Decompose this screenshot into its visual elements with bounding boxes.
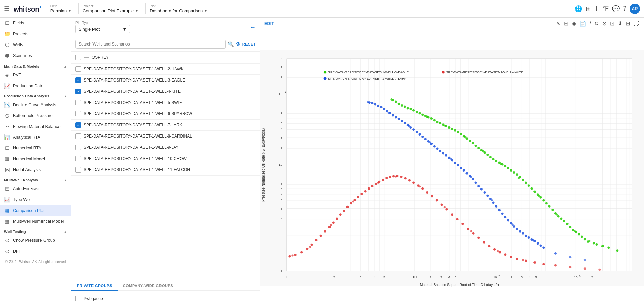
refresh-tool-icon[interactable]: ↻ [593,20,600,28]
well-item-falcon[interactable]: SPE-DATA-REPOSITORY-DATASET-1-WELL-11-FA… [71,164,260,176]
well-checkbox-crow[interactable] [75,156,81,161]
svg-text:4: 4 [374,275,376,279]
curve-tool-icon[interactable]: ∿ [555,20,562,28]
well-checkbox-hawk[interactable] [75,66,81,72]
sidebar-item-numerical-rta[interactable]: ⊟ Numerical RTA [0,143,71,154]
field-selector[interactable]: Permian ▼ [50,8,71,13]
chevron-multi-icon: ▲ [64,178,67,182]
sidebar-item-decline-curve[interactable]: 📉 Decline Curve Analysis [0,100,71,110]
well-checkbox-cardinal[interactable] [75,133,81,139]
svg-point-188 [395,116,397,119]
globe-icon[interactable]: 🌐 [575,5,582,13]
pen-tool-icon[interactable]: / [589,20,592,28]
well-item-jay[interactable]: SPE-DATA-REPOSITORY-DATASET-1-WELL-9-JAY [71,142,260,153]
well-checkbox-lark[interactable] [75,122,81,128]
well-checkbox-kite[interactable] [75,89,81,94]
decline-curve-icon: 📉 [4,102,10,108]
sidebar-item-fields[interactable]: ⊞ Fields [0,18,71,29]
sidebar-label-dfit: DFIT [13,249,22,254]
well-checkbox-osprey[interactable] [75,55,81,60]
well-item-swift[interactable]: SPE-DATA-REPOSITORY-DATASET-1-WELL-5-SWI… [71,97,260,108]
well-item-osprey[interactable]: — OSPREY [71,52,260,64]
group-item-pwf[interactable]: Pwf gauge [75,294,256,303]
tab-private-groups[interactable]: PRIVATE GROUPS [71,281,118,291]
well-item-sparrow[interactable]: SPE-DATA-REPOSITORY-DATASET-1-WELL-6-SPA… [71,108,260,120]
well-item-cardinal[interactable]: SPE-DATA-REPOSITORY-DATASET-1-WELL-8-CAR… [71,131,260,142]
well-checkbox-eagle[interactable] [75,77,81,83]
chat-icon[interactable]: 💬 [612,5,620,13]
download-chart-icon[interactable]: ⬇ [617,20,623,28]
svg-point-291 [456,218,459,220]
group-checkbox-pwf[interactable] [75,296,81,301]
well-checkbox-swift[interactable] [75,100,81,105]
lasso-tool-icon[interactable]: ⊗ [601,20,608,28]
plot-type-select[interactable]: Single Plot ▼ [75,25,130,33]
sidebar-item-analytical-rta[interactable]: 📊 Analytical RTA [0,132,71,143]
sidebar-label-bottomhole: Bottomhole Pressure [13,113,53,118]
sidebar-item-comparison-plot[interactable]: ▦ Comparison Plot [0,205,71,216]
sidebar-item-flowing-material[interactable]: 〰 Flowing Material Balance [0,121,71,132]
svg-text:SPE-DATA-REPOSITORY-DATASET-1-: SPE-DATA-REPOSITORY-DATASET-1-WELL-4-KIT… [446,70,523,74]
section-header-well-testing[interactable]: Well Testing ▲ [0,227,71,235]
well-item-kite[interactable]: SPE-DATA-REPOSITORY-DATASET-1-WELL-4-KIT… [71,86,260,97]
svg-point-221 [492,202,495,204]
svg-point-231 [522,232,524,235]
well-item-hawk[interactable]: SPE-DATA-REPOSITORY-DATASET-1-WELL-2-HAW… [71,64,260,75]
svg-point-256 [315,239,318,241]
sidebar-item-production-data[interactable]: 📈 Production Data [0,80,71,91]
download-icon[interactable]: ⬇ [594,5,599,13]
sidebar-item-type-well[interactable]: 📈 Type Well [0,194,71,205]
sidebar-item-wells[interactable]: ⬡ Wells [0,39,71,50]
filter-icon[interactable]: ⚗ [236,41,240,48]
table-tool-icon[interactable]: ⊟ [563,20,570,28]
well-item-crow[interactable]: SPE-DATA-REPOSITORY-DATASET-1-WELL-10-CR… [71,153,260,164]
temperature-icon[interactable]: °F [603,5,609,12]
back-arrow-icon[interactable]: ← [250,24,256,31]
sidebar-item-pvt[interactable]: ◈ PVT [0,70,71,80]
well-checkbox-sparrow[interactable] [75,111,81,116]
search-input[interactable] [75,40,226,49]
svg-point-244 [408,125,410,127]
svg-point-315 [395,176,397,178]
well-item-eagle[interactable]: SPE-DATA-REPOSITORY-DATASET-1-WELL-3-EAG… [71,75,260,86]
section-header-main-data[interactable]: Main Data & Models ▲ [0,61,71,70]
avatar[interactable]: AP [630,4,640,14]
sidebar-item-dfit[interactable]: ⊙ DFIT [0,246,71,257]
fullscreen-icon[interactable]: ⛶ [632,20,640,28]
section-header-production-analysis[interactable]: Production Data Analysis ▲ [0,91,71,100]
expand-tool-icon[interactable]: ⊡ [609,20,615,28]
zoom-fit-icon[interactable]: ⊞ [625,20,631,28]
section-header-multi-well[interactable]: Multi-Well Analysis ▲ [0,175,71,183]
project-selector[interactable]: Comparison Plot Example ▼ [83,8,138,13]
export-tool-icon[interactable]: 📄 [578,20,587,28]
svg-text:6: 6 [281,116,282,120]
sidebar-item-auto-forecast[interactable]: ⊞ Auto-Forecast [0,183,71,194]
auto-forecast-icon: ⊞ [4,186,10,192]
sidebar-item-scenarios[interactable]: ⬢ Scenarios [0,50,71,61]
grid-icon[interactable]: ⊞ [586,5,591,13]
well-item-lark[interactable]: SPE-DATA-REPOSITORY-DATASET-1-WELL-7-LAR… [71,120,260,131]
sidebar-item-projects[interactable]: 📁 Projects [0,29,71,39]
sidebar-item-bottomhole[interactable]: ⊙ Bottomhole Pressure [0,110,71,121]
sidebar-item-multi-numerical[interactable]: ▦ Multi-well Numerical Model [0,216,71,227]
sidebar-item-chow-pressure[interactable]: ⊙ Chow Pressure Group [0,235,71,246]
search-icon[interactable]: 🔍 [228,41,234,47]
fill-tool-icon[interactable]: ◆ [571,20,577,28]
help-icon[interactable]: ? [623,5,626,12]
menu-icon[interactable]: ☰ [4,5,10,13]
svg-point-229 [516,228,518,230]
well-checkbox-falcon[interactable] [75,167,81,173]
svg-text:5: 5 [281,206,282,210]
reset-button[interactable]: RESET [242,42,256,46]
svg-point-275 [385,177,388,179]
sidebar-item-numerical-model[interactable]: ▦ Numerical Model [0,154,71,164]
svg-point-212 [465,172,468,175]
svg-point-215 [475,181,477,184]
svg-point-313 [352,200,354,202]
edit-button[interactable]: EDIT [264,21,274,26]
sidebar-item-nodal-analysis[interactable]: ⋈ Nodal Analysis [0,164,71,175]
tab-company-groups[interactable]: COMPANY-WIDE GROUPS [118,281,179,291]
plot-selector[interactable]: Dashboard for Comparison ▼ [150,8,207,13]
svg-point-118 [457,131,459,133]
well-checkbox-jay[interactable] [75,145,81,150]
